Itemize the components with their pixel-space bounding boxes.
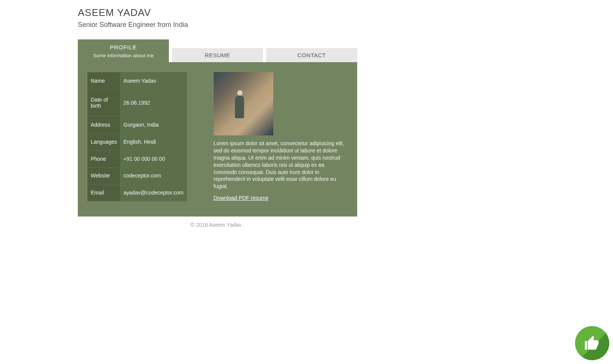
info-key: Date of birth: [88, 89, 120, 116]
page-subtitle: Senior Software Engineer from India: [78, 21, 357, 29]
profile-photo: [214, 72, 273, 135]
info-value: +91 00 000 00 00: [120, 150, 187, 167]
tab-contact[interactable]: CONTACT: [266, 48, 357, 62]
bio-text: Lorem ipsum dolor sit amet, consectetur …: [214, 140, 348, 190]
info-key: Address: [88, 116, 120, 133]
info-value: ayadav@codeceptor.com: [120, 184, 187, 201]
tab-resume[interactable]: RESUME: [172, 48, 263, 62]
table-row: Name Aseem Yadav: [88, 72, 187, 89]
footer-text: © 2018 Aseem Yadav ·: [78, 222, 357, 228]
info-value: Gurgaon, India: [120, 116, 187, 133]
page-title: ASEEM YADAV: [78, 7, 357, 19]
table-row: Address Gurgaon, India: [88, 116, 187, 133]
tab-profile-title: PROFILE: [78, 44, 169, 50]
info-key: Email: [88, 184, 120, 201]
tab-profile[interactable]: PROFILE Some information about me: [78, 39, 169, 62]
info-value: Aseem Yadav: [120, 72, 187, 89]
info-key: Phone: [88, 150, 120, 167]
info-key: Website: [88, 167, 120, 184]
info-value: English, Hindi: [120, 133, 187, 150]
tab-bar: PROFILE Some information about me RESUME…: [78, 39, 357, 62]
info-key: Name: [88, 72, 120, 89]
profile-panel: Name Aseem Yadav Date of birth 26.06.199…: [78, 62, 357, 217]
info-table: Name Aseem Yadav Date of birth 26.06.199…: [87, 72, 187, 201]
table-row: Email ayadav@codeceptor.com: [88, 184, 187, 201]
info-value: 26.06.1992: [120, 89, 187, 116]
info-value: codeceptor.com: [120, 167, 187, 184]
tab-profile-sub: Some information about me: [78, 53, 169, 58]
table-row: Phone +91 00 000 00 00: [88, 150, 187, 167]
info-key: Languages: [88, 133, 120, 150]
table-row: Date of birth 26.06.1992: [88, 89, 187, 116]
download-resume-link[interactable]: Download PDF resume: [214, 195, 269, 201]
table-row: Languages English, Hindi: [88, 133, 187, 150]
table-row: Website codeceptor.com: [88, 167, 187, 184]
